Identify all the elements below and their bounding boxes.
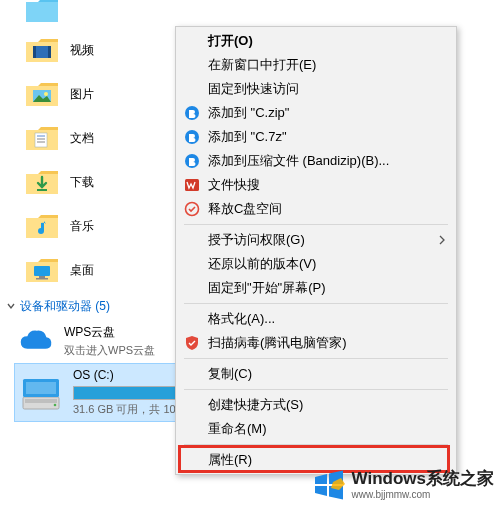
drive-os-c[interactable]: OS (C:) 31.6 GB 可用，共 102 GB <box>0 361 175 424</box>
drive-name: WPS云盘 <box>64 324 155 341</box>
folder-icon <box>24 0 60 26</box>
svg-rect-10 <box>34 266 50 276</box>
nav-3d-objects[interactable] <box>0 0 175 28</box>
nav-videos[interactable]: 视频 <box>0 28 175 72</box>
chevron-down-icon <box>6 300 16 314</box>
nav-desktop[interactable]: 桌面 <box>0 248 175 292</box>
cloud-drive-icon <box>16 323 54 359</box>
section-title: 设备和驱动器 (5) <box>20 298 110 315</box>
nav-label: 下载 <box>70 174 94 191</box>
menu-pin-start[interactable]: 固定到"开始"屏幕(P) <box>178 276 454 300</box>
pictures-folder-icon <box>24 78 60 110</box>
menu-pin-quick-access[interactable]: 固定到快速访问 <box>178 77 454 101</box>
menu-file-search[interactable]: 文件快搜 <box>178 173 454 197</box>
video-folder-icon <box>24 34 60 66</box>
menu-separator <box>184 389 448 390</box>
svg-rect-1 <box>33 46 36 58</box>
desktop-folder-icon <box>24 254 60 286</box>
menu-add-czip[interactable]: 添加到 "C.zip" <box>178 101 454 125</box>
menu-separator <box>184 444 448 445</box>
watermark-title: Windows系统之家 <box>352 470 494 489</box>
menu-open-new-window[interactable]: 在新窗口中打开(E) <box>178 53 454 77</box>
svg-rect-17 <box>26 382 56 394</box>
cleanup-icon <box>184 201 200 217</box>
bandizip-icon <box>184 153 200 169</box>
nav-music[interactable]: 音乐 <box>0 204 175 248</box>
nav-sidebar: 视频 图片 文档 下载 音乐 桌面 设备和驱动器 (5) <box>0 0 175 424</box>
nav-label: 音乐 <box>70 218 94 235</box>
svg-rect-2 <box>48 46 51 58</box>
drive-wps[interactable]: WPS云盘 双击进入WPS云盘 <box>0 321 175 361</box>
menu-add-c7z[interactable]: 添加到 "C.7z" <box>178 125 454 149</box>
menu-free-c-space[interactable]: 释放C盘空间 <box>178 197 454 221</box>
nav-pictures[interactable]: 图片 <box>0 72 175 116</box>
bandizip-icon <box>184 129 200 145</box>
nav-label: 视频 <box>70 42 94 59</box>
wps-icon <box>184 177 200 193</box>
menu-create-shortcut[interactable]: 创建快捷方式(S) <box>178 393 454 417</box>
nav-downloads[interactable]: 下载 <box>0 160 175 204</box>
submenu-arrow-icon <box>438 233 446 248</box>
menu-scan-virus[interactable]: 扫描病毒(腾讯电脑管家) <box>178 331 454 355</box>
menu-separator <box>184 303 448 304</box>
menu-add-bandizip[interactable]: 添加到压缩文件 (Bandizip)(B)... <box>178 149 454 173</box>
watermark-url: www.bjjmmw.com <box>352 489 494 500</box>
menu-copy[interactable]: 复制(C) <box>178 362 454 386</box>
svg-rect-11 <box>39 276 45 278</box>
shield-icon <box>184 335 200 351</box>
watermark: Windows系统之家 www.bjjmmw.com <box>312 468 494 502</box>
svg-point-15 <box>54 403 57 406</box>
menu-restore-previous[interactable]: 还原以前的版本(V) <box>178 252 454 276</box>
windows-logo-icon <box>312 468 346 502</box>
menu-format[interactable]: 格式化(A)... <box>178 307 454 331</box>
menu-grant-access[interactable]: 授予访问权限(G) <box>178 228 454 252</box>
bandizip-icon <box>184 105 200 121</box>
nav-label: 桌面 <box>70 262 94 279</box>
devices-section-header[interactable]: 设备和驱动器 (5) <box>0 292 175 321</box>
music-folder-icon <box>24 210 60 242</box>
nav-documents[interactable]: 文档 <box>0 116 175 160</box>
context-menu: 打开(O) 在新窗口中打开(E) 固定到快速访问 添加到 "C.zip" 添加到… <box>175 26 457 475</box>
menu-separator <box>184 224 448 225</box>
downloads-folder-icon <box>24 166 60 198</box>
nav-label: 文档 <box>70 130 94 147</box>
svg-point-4 <box>44 92 48 96</box>
svg-rect-5 <box>35 133 47 147</box>
svg-rect-14 <box>25 399 57 403</box>
documents-folder-icon <box>24 122 60 154</box>
hdd-icon <box>19 371 63 415</box>
svg-rect-12 <box>36 278 48 280</box>
nav-label: 图片 <box>70 86 94 103</box>
drive-sub: 双击进入WPS云盘 <box>64 343 155 358</box>
menu-separator <box>184 358 448 359</box>
menu-rename[interactable]: 重命名(M) <box>178 417 454 441</box>
menu-open[interactable]: 打开(O) <box>178 29 454 53</box>
